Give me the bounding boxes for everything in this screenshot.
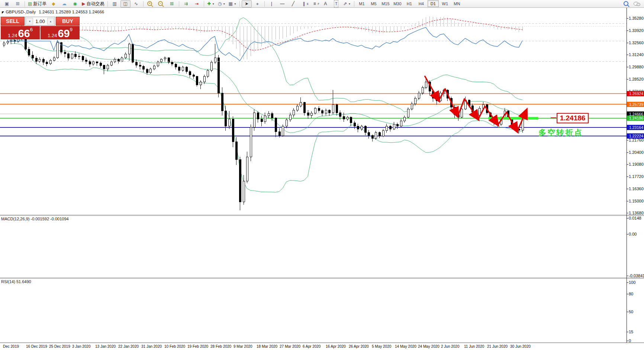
timeframe-button-w1[interactable]: W1 xyxy=(439,0,451,7)
bar-chart-icon[interactable]: ▥ xyxy=(110,0,120,7)
rsi-tick-label: 80 xyxy=(629,292,633,296)
price-tick-label: 1.24440 xyxy=(629,114,644,118)
search-icon[interactable] xyxy=(621,0,631,7)
cloud-icon[interactable]: ☁ xyxy=(59,0,69,7)
ohlc-values: 1.24631 1.25289 1.24553 1.24666 xyxy=(39,10,104,14)
chart-window-icon[interactable]: ▣ xyxy=(2,0,12,7)
price-level-badge-1.23164: 1.23164 xyxy=(627,125,644,130)
price-tag-dash xyxy=(551,117,556,118)
zoom-out-icon[interactable]: − xyxy=(156,0,166,7)
new-order-button: ▤ xyxy=(28,1,32,7)
signal-icon[interactable]: ◉ xyxy=(70,0,80,7)
fibonacci-icon[interactable]: ≡F xyxy=(310,0,320,7)
date-label: Dec 2019 xyxy=(3,344,19,349)
tile-windows-icon[interactable]: ⊞ xyxy=(167,0,177,7)
rsi-tick-label: 50 xyxy=(629,310,633,314)
chat-icon[interactable] xyxy=(632,0,642,7)
horizontal-line-icon[interactable]: ― xyxy=(277,0,287,7)
chart-shift-icon[interactable]: ⇥ xyxy=(192,0,202,7)
rsi-pane[interactable] xyxy=(0,8,627,72)
sell-button[interactable]: SELL xyxy=(1,17,25,26)
buy-price[interactable]: 1.24699 xyxy=(41,26,80,39)
timeframe-button-m5[interactable]: M5 xyxy=(368,0,379,7)
support-zone-bar[interactable] xyxy=(488,117,538,120)
price-level-badge-1.24666: 1.24666 xyxy=(627,111,644,117)
date-label: 11 Jun 2020 xyxy=(464,344,484,349)
candlestick-chart-icon[interactable]: ◫ xyxy=(120,0,131,7)
main-toolbar: ▣⊞▤新订单◆☁◉▶自动交易▥◫∿+−⊞⇉⇥✚▼◷▼▦▼➤＋∣―╱∥E≡FAT⇗… xyxy=(0,0,644,8)
toolbar-separator xyxy=(143,1,144,7)
candlestick-chart-icon: ◫ xyxy=(123,1,127,7)
timeframe-button-mn[interactable]: MN xyxy=(451,0,463,7)
macd-tick-label: 0.0148 xyxy=(629,216,641,220)
timeframe-button-m15[interactable]: M15 xyxy=(380,0,391,7)
text-label-icon[interactable]: T xyxy=(331,0,341,7)
market-watch-icon: ⊞ xyxy=(16,1,19,7)
auto-trading-button[interactable]: ▶自动交易 xyxy=(81,0,105,7)
price-tick-label: 1.25800 xyxy=(629,101,644,106)
sell-price[interactable]: 1.24666 xyxy=(1,26,40,39)
equidistant-channel-icon-sub: E xyxy=(307,1,309,7)
arrows-icon[interactable]: ⇗▼ xyxy=(342,0,352,7)
indicators-icon: ✚ xyxy=(207,1,211,7)
volume-up-button[interactable]: ▲ xyxy=(47,18,54,25)
text-icon[interactable]: A xyxy=(321,0,331,7)
volume-value[interactable]: 1.00 xyxy=(34,17,46,25)
date-label: 13 Jan 2020 xyxy=(95,344,116,349)
date-label: 27 Mar 2020 xyxy=(280,344,300,349)
vertical-line-icon: ∣ xyxy=(270,1,273,7)
auto-scroll-icon[interactable]: ⇉ xyxy=(181,0,191,7)
signal-icon: ◉ xyxy=(73,1,77,7)
date-label: 21 Jun 2020 xyxy=(487,344,508,349)
new-order-button[interactable]: ▤新订单 xyxy=(27,0,48,7)
tile-windows-icon: ⊞ xyxy=(170,1,174,7)
pane-separator[interactable] xyxy=(0,215,644,215)
cursor-icon[interactable]: ➤ xyxy=(242,0,252,7)
zigzag-arrow-annotation[interactable] xyxy=(425,76,439,101)
trendline-icon[interactable]: ╱ xyxy=(288,0,298,7)
periods-icon[interactable]: ◷▼ xyxy=(217,0,227,7)
market-watch-icon[interactable]: ⊞ xyxy=(13,0,23,7)
macd-tick-label: 0.00 xyxy=(629,232,637,236)
rsi-tick-label: 15 xyxy=(629,330,633,334)
price-annotation-box[interactable]: 1.24186 xyxy=(557,113,589,123)
horizontal-line-icon: ― xyxy=(280,1,284,7)
price-tick-label: 1.16360 xyxy=(629,187,644,191)
date-label: 2 Jun 2020 xyxy=(441,344,460,349)
vertical-line-icon[interactable]: ∣ xyxy=(267,0,277,7)
zoom-in-icon[interactable]: + xyxy=(145,0,155,7)
toolbar-separator xyxy=(107,1,108,7)
arrows-icon-dropdown[interactable]: ▼ xyxy=(348,1,351,7)
buy-price-base: 1.24 xyxy=(48,33,57,38)
sell-price-point: 6 xyxy=(30,25,33,35)
price-axis-line xyxy=(627,8,627,343)
pane-separator[interactable] xyxy=(0,278,644,278)
indicators-icon-dropdown[interactable]: ▼ xyxy=(212,1,215,7)
templates-icon-dropdown[interactable]: ▼ xyxy=(234,1,236,7)
fibonacci-icon: ≡ xyxy=(313,1,316,7)
timeframe-button-h1[interactable]: H1 xyxy=(404,0,415,7)
chart-window-icon: ▣ xyxy=(5,1,9,7)
cloud-icon: ☁ xyxy=(62,1,67,7)
volume-down-button[interactable]: ▼ xyxy=(26,18,33,25)
equidistant-channel-icon[interactable]: ∥E xyxy=(299,0,309,7)
volume-stepper[interactable]: ▼ 1.00 ▲ xyxy=(25,17,55,26)
indicators-icon[interactable]: ✚▼ xyxy=(206,0,216,7)
periods-icon-dropdown[interactable]: ▼ xyxy=(223,1,225,7)
price-tick-label: 1.29880 xyxy=(629,65,644,69)
price-tick-label: 1.15000 xyxy=(629,199,644,203)
auto-trading-button-label: 自动交易 xyxy=(87,1,104,7)
buy-button[interactable]: BUY xyxy=(56,17,80,26)
templates-icon[interactable]: ▦▼ xyxy=(228,0,238,7)
line-chart-icon[interactable]: ∿ xyxy=(131,0,141,7)
timeframe-button-d1[interactable]: D1 xyxy=(428,0,439,7)
toolbar-separator xyxy=(179,1,179,7)
gold-icon[interactable]: ◆ xyxy=(48,0,58,7)
turning-point-note[interactable]: 多空转折点 xyxy=(538,127,583,138)
crosshair-icon[interactable]: ＋ xyxy=(252,0,263,7)
zoom-in-icon: + xyxy=(147,1,152,6)
timeframe-button-m30[interactable]: M30 xyxy=(392,0,403,7)
time-axis[interactable]: Dec 201916 Dec 201925 Dec 20193 Jan 2020… xyxy=(0,343,644,350)
timeframe-button-m1[interactable]: M1 xyxy=(356,0,367,7)
timeframe-button-h4[interactable]: H4 xyxy=(416,0,427,7)
